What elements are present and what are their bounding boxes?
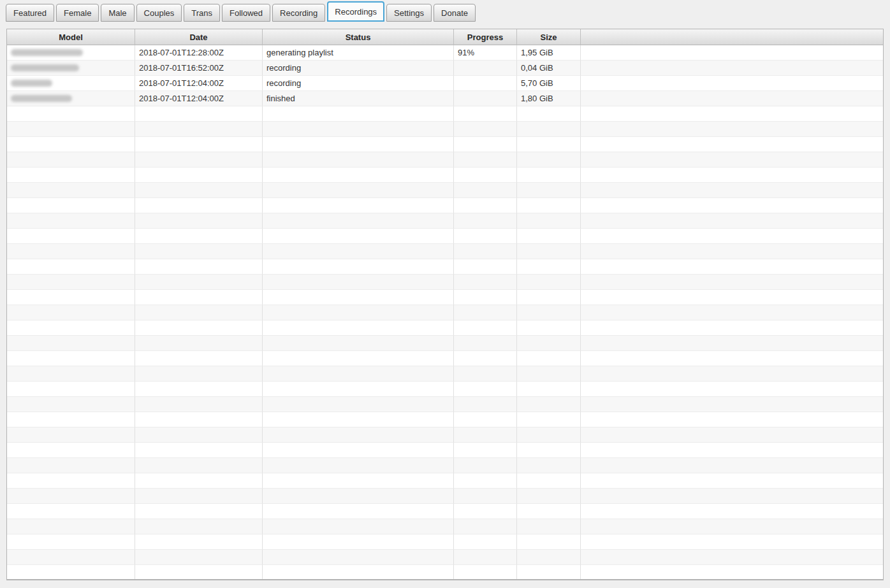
table-row-empty[interactable]	[7, 519, 883, 534]
cell-model	[7, 397, 135, 412]
cell-progress	[454, 336, 517, 351]
table-row-empty[interactable]	[7, 183, 883, 198]
cell-size	[517, 229, 581, 244]
tab-featured[interactable]: Featured	[6, 4, 54, 22]
cell-filler	[581, 366, 883, 382]
table-row-empty[interactable]	[7, 489, 883, 504]
table-row-empty[interactable]	[7, 443, 883, 458]
cell-size	[517, 458, 581, 473]
table-row-empty[interactable]	[7, 244, 883, 259]
cell-date	[135, 290, 263, 305]
table-row-empty[interactable]	[7, 427, 883, 443]
column-header-size[interactable]: Size	[517, 29, 581, 45]
redacted-model-name	[11, 64, 79, 71]
cell-filler	[581, 183, 883, 198]
cell-progress: 91%	[454, 45, 517, 61]
cell-date	[135, 198, 263, 213]
table-row-empty[interactable]	[7, 152, 883, 168]
cell-status	[263, 382, 454, 397]
table-row-empty[interactable]	[7, 198, 883, 213]
column-header-model[interactable]: Model	[7, 29, 135, 45]
tab-donate[interactable]: Donate	[434, 4, 476, 22]
tab-bar: Featured Female Male Couples Trans Follo…	[0, 0, 890, 22]
table-row-empty[interactable]	[7, 168, 883, 183]
table-row-empty[interactable]	[7, 137, 883, 152]
cell-date	[135, 183, 263, 198]
table-row[interactable]: 2018-07-01T12:04:00Z finished 1,80 GiB	[7, 91, 883, 106]
cell-size	[517, 382, 581, 397]
cell-filler	[581, 91, 883, 106]
cell-status	[263, 198, 454, 213]
cell-progress	[454, 137, 517, 152]
cell-status	[263, 565, 454, 579]
cell-model	[7, 443, 135, 458]
table-row-empty[interactable]	[7, 473, 883, 489]
tab-label: Donate	[441, 8, 468, 18]
table-row-empty[interactable]	[7, 106, 883, 122]
tab-recordings[interactable]: Recordings	[327, 1, 384, 22]
cell-model	[7, 534, 135, 550]
cell-size	[517, 351, 581, 366]
tab-male[interactable]: Male	[101, 4, 134, 22]
table-row[interactable]: 2018-07-01T12:04:00Z recording 5,70 GiB	[7, 76, 883, 91]
column-header-progress[interactable]: Progress	[454, 29, 517, 45]
table-row-empty[interactable]	[7, 397, 883, 412]
cell-filler	[581, 244, 883, 259]
cell-status	[263, 137, 454, 152]
table-row-empty[interactable]	[7, 229, 883, 244]
column-header-label: Date	[189, 32, 207, 42]
table-row-empty[interactable]	[7, 412, 883, 427]
cell-size	[517, 489, 581, 504]
cell-size	[517, 198, 581, 213]
cell-date: 2018-07-01T12:04:00Z	[135, 91, 263, 106]
table-row-empty[interactable]	[7, 382, 883, 397]
tab-couples[interactable]: Couples	[136, 4, 182, 22]
cell-size	[517, 259, 581, 275]
cell-filler	[581, 213, 883, 229]
cell-status	[263, 152, 454, 168]
table-row-empty[interactable]	[7, 290, 883, 305]
cell-progress	[454, 473, 517, 489]
cell-model	[7, 519, 135, 534]
tab-recording[interactable]: Recording	[272, 4, 325, 22]
table-row-empty[interactable]	[7, 565, 883, 579]
table-row-empty[interactable]	[7, 366, 883, 382]
cell-status	[263, 550, 454, 565]
cell-progress	[454, 504, 517, 519]
table-row-empty[interactable]	[7, 336, 883, 351]
table-body: 2018-07-01T12:28:00Z generating playlist…	[7, 45, 883, 579]
table-row[interactable]: 2018-07-01T16:52:00Z recording 0,04 GiB	[7, 61, 883, 76]
column-header[interactable]	[581, 29, 883, 45]
cell-date: 2018-07-01T12:28:00Z	[135, 45, 263, 61]
cell-size	[517, 336, 581, 351]
tab-label: Followed	[230, 8, 263, 18]
table-row-empty[interactable]	[7, 550, 883, 565]
table-row-empty[interactable]	[7, 351, 883, 366]
cell-date	[135, 458, 263, 473]
tab-settings[interactable]: Settings	[386, 4, 432, 22]
table-row[interactable]: 2018-07-01T12:28:00Z generating playlist…	[7, 45, 883, 61]
table-row-empty[interactable]	[7, 305, 883, 320]
table-row-empty[interactable]	[7, 320, 883, 336]
table-row-empty[interactable]	[7, 534, 883, 550]
cell-filler	[581, 229, 883, 244]
tab-label: Recordings	[335, 7, 377, 17]
cell-progress	[454, 290, 517, 305]
tab-followed[interactable]: Followed	[222, 4, 270, 22]
table-row-empty[interactable]	[7, 458, 883, 473]
table-row-empty[interactable]	[7, 504, 883, 519]
tab-female[interactable]: Female	[56, 4, 99, 22]
table-row-empty[interactable]	[7, 275, 883, 290]
table-row-empty[interactable]	[7, 122, 883, 137]
cell-progress	[454, 168, 517, 183]
column-header-date[interactable]: Date	[135, 29, 263, 45]
cell-date	[135, 213, 263, 229]
tab-trans[interactable]: Trans	[184, 4, 220, 22]
cell-filler	[581, 412, 883, 427]
table-row-empty[interactable]	[7, 259, 883, 275]
cell-date	[135, 229, 263, 244]
cell-progress	[454, 382, 517, 397]
cell-date	[135, 427, 263, 443]
column-header-status[interactable]: Status	[263, 29, 454, 45]
table-row-empty[interactable]	[7, 213, 883, 229]
